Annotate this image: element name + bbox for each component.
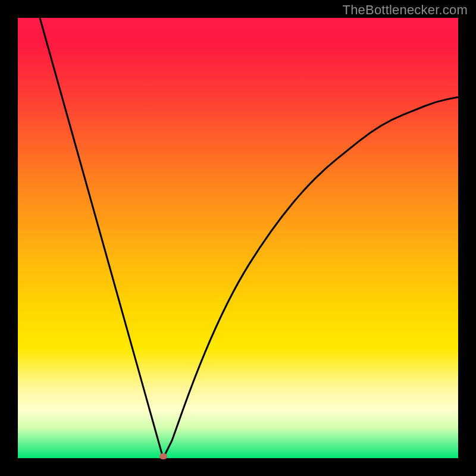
curve-path bbox=[40, 18, 458, 458]
optimal-point-marker bbox=[159, 453, 167, 459]
bottleneck-curve bbox=[18, 18, 458, 458]
watermark-label: TheBottlenecker.com bbox=[343, 2, 468, 18]
chart-frame: TheBottlenecker.com bbox=[0, 0, 476, 476]
chart-plot-area bbox=[18, 18, 458, 458]
